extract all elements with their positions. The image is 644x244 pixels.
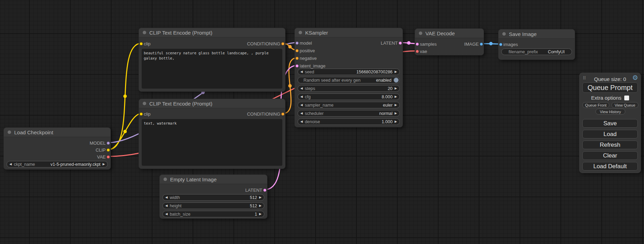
samples-input-dot[interactable] — [416, 43, 419, 46]
node-save-image[interactable]: Save Image images filename_prefix ComfyU… — [498, 29, 575, 60]
steps-widget[interactable]: ◀ steps 20 ▶ — [298, 85, 400, 92]
clip-output-dot[interactable] — [107, 148, 110, 152]
node-title-bar[interactable]: Load Checkpoint — [4, 128, 111, 137]
clip-output-slot[interactable]: CLIP — [96, 147, 106, 153]
ckpt-name-widget[interactable]: ◀ ckpt_name v1-5-pruned-emaonly.ckpt ▶ — [7, 161, 108, 168]
increment-arrow-icon[interactable]: ▶ — [395, 70, 397, 73]
clear-button[interactable]: Clear — [582, 151, 638, 160]
latent-image-input-dot[interactable] — [295, 64, 299, 67]
scheduler-widget[interactable]: ◀ scheduler normal ▶ — [298, 110, 400, 117]
extra-options-checkbox[interactable] — [624, 96, 629, 100]
decrement-arrow-icon[interactable]: ◀ — [300, 120, 303, 123]
cfg-widget[interactable]: ◀ cfg 8.000 ▶ — [298, 93, 400, 100]
prompt-text-area[interactable]: beautiful scenery nature glass bottle la… — [142, 49, 282, 89]
vae-output-dot[interactable] — [107, 155, 110, 159]
image-output-slot[interactable]: IMAGE — [464, 41, 479, 47]
image-output-dot[interactable] — [480, 43, 483, 46]
latent-output-dot[interactable] — [399, 42, 402, 45]
negative-input-dot[interactable] — [295, 57, 299, 60]
node-clip-text-encode-negative[interactable]: CLIP Text Encode (Prompt) clip CONDITION… — [139, 99, 285, 169]
batch-size-widget[interactable]: ◀ batch_size 1 ▶ — [162, 211, 264, 217]
positive-input-dot[interactable] — [295, 49, 299, 52]
refresh-button[interactable]: Refresh — [582, 141, 638, 149]
collapse-dot-icon[interactable] — [8, 130, 11, 134]
increment-arrow-icon[interactable]: ▶ — [395, 87, 397, 90]
increment-arrow-icon[interactable]: ▶ — [395, 103, 397, 107]
node-title-bar[interactable]: CLIP Text Encode (Prompt) — [139, 28, 285, 37]
node-title-bar[interactable]: Empty Latent Image — [160, 175, 267, 184]
toggle-circle-icon[interactable] — [394, 78, 399, 83]
collapse-dot-icon[interactable] — [143, 102, 146, 105]
clip-input-dot[interactable] — [140, 112, 143, 116]
node-title-bar[interactable]: Save Image — [499, 29, 575, 39]
images-input-slot[interactable]: images — [503, 41, 518, 47]
conditioning-output-slot[interactable]: CONDITIONING — [247, 111, 280, 117]
prompt-text-area[interactable]: text, watermark — [142, 119, 282, 166]
clip-input-slot[interactable]: clip — [144, 40, 151, 47]
collapse-dot-icon[interactable] — [502, 32, 506, 36]
clip-input-slot[interactable]: clip — [144, 111, 151, 117]
decrement-arrow-icon[interactable]: ◀ — [300, 112, 303, 115]
node-clip-text-encode-positive[interactable]: CLIP Text Encode (Prompt) clip CONDITION… — [139, 28, 285, 92]
node-ksampler[interactable]: KSampler model positive negative latent_… — [294, 28, 403, 127]
conditioning-output-dot[interactable] — [281, 112, 284, 116]
save-button[interactable]: Save — [582, 119, 638, 128]
vae-input-dot[interactable] — [416, 50, 419, 53]
decrement-arrow-icon[interactable]: ◀ — [300, 103, 303, 107]
latent-output-slot[interactable]: LATENT — [245, 187, 262, 193]
collapse-dot-icon[interactable] — [299, 31, 302, 34]
sampler-name-widget[interactable]: ◀ sampler_name euler ▶ — [298, 102, 400, 108]
conditioning-output-slot[interactable]: CONDITIONING — [247, 40, 280, 47]
latent-output-dot[interactable] — [263, 189, 266, 192]
increment-arrow-icon[interactable]: ▶ — [395, 95, 397, 98]
model-input-dot[interactable] — [295, 42, 299, 45]
collapse-dot-icon[interactable] — [419, 31, 422, 35]
view-history-button[interactable]: View History — [596, 109, 625, 115]
decrement-arrow-icon[interactable]: ◀ — [165, 196, 168, 199]
load-button[interactable]: Load — [582, 130, 638, 138]
node-title-bar[interactable]: CLIP Text Encode (Prompt) — [139, 99, 285, 108]
node-title-bar[interactable]: KSampler — [295, 28, 403, 37]
filename-prefix-widget[interactable]: filename_prefix ComfyUI — [501, 48, 572, 55]
decrement-arrow-icon[interactable]: ◀ — [300, 70, 303, 73]
model-output-slot[interactable]: MODEL — [90, 140, 106, 146]
random-seed-toggle-widget[interactable]: Random seed after every gen enabled — [298, 77, 400, 83]
latent-output-slot[interactable]: LATENT — [381, 40, 398, 46]
images-input-dot[interactable] — [499, 43, 502, 46]
queue-prompt-button[interactable]: Queue Prompt — [582, 82, 638, 93]
clip-input-dot[interactable] — [140, 42, 143, 45]
width-widget[interactable]: ◀ width 512 ▶ — [162, 194, 264, 201]
seed-widget[interactable]: ◀ seed 156680208700286 ▶ — [298, 69, 400, 75]
decrement-arrow-icon[interactable]: ◀ — [165, 213, 168, 216]
increment-arrow-icon[interactable]: ▶ — [395, 120, 397, 123]
load-default-button[interactable]: Load Default — [582, 162, 638, 171]
increment-arrow-icon[interactable]: ▶ — [259, 204, 262, 207]
decrement-arrow-icon[interactable]: ◀ — [300, 95, 303, 98]
node-title-bar[interactable]: VAE Decode — [415, 29, 484, 38]
node-empty-latent-image[interactable]: Empty Latent Image LATENT ◀ width 512 ▶ … — [159, 174, 267, 219]
model-output-dot[interactable] — [107, 142, 110, 145]
increment-arrow-icon[interactable]: ▶ — [259, 196, 262, 199]
vae-output-slot[interactable]: VAE — [97, 154, 106, 160]
increment-arrow-icon[interactable]: ▶ — [259, 213, 262, 216]
gear-icon[interactable]: ⚙ — [632, 74, 638, 81]
view-queue-button[interactable]: View Queue — [611, 102, 638, 108]
conditioning-output-dot[interactable] — [281, 42, 284, 45]
negative-input-slot[interactable]: negative — [300, 55, 317, 61]
decrement-arrow-icon[interactable]: ◀ — [165, 204, 168, 207]
collapse-dot-icon[interactable] — [164, 178, 167, 181]
node-vae-decode[interactable]: VAE Decode samples vae IMAGE — [415, 28, 484, 55]
node-load-checkpoint[interactable]: Load Checkpoint MODEL CLIP VAE ◀ ckpt_na… — [3, 127, 111, 170]
decrement-arrow-icon[interactable]: ◀ — [300, 87, 303, 90]
vae-input-slot[interactable]: vae — [420, 48, 427, 54]
samples-input-slot[interactable]: samples — [420, 41, 436, 47]
decrement-arrow-icon[interactable]: ◀ — [9, 163, 12, 166]
denoise-widget[interactable]: ◀ denoise 1.000 ▶ — [298, 118, 400, 125]
increment-arrow-icon[interactable]: ▶ — [395, 112, 397, 115]
queue-front-button[interactable]: Queue Front — [582, 102, 609, 108]
model-input-slot[interactable]: model — [300, 40, 312, 46]
increment-arrow-icon[interactable]: ▶ — [103, 163, 105, 166]
collapse-dot-icon[interactable] — [143, 31, 146, 34]
height-widget[interactable]: ◀ height 512 ▶ — [162, 202, 264, 209]
positive-input-slot[interactable]: positive — [300, 47, 315, 54]
